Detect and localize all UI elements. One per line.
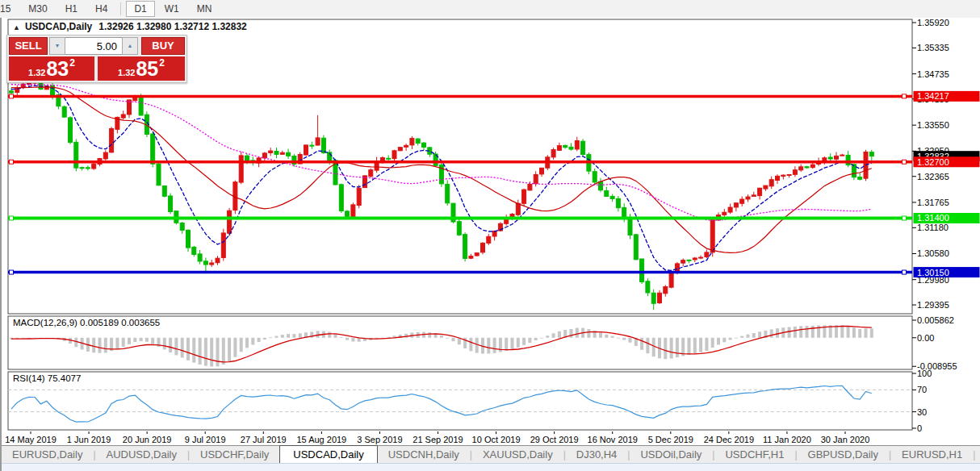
candle — [534, 174, 538, 183]
candle — [710, 219, 714, 252]
candle — [846, 155, 850, 165]
buy-button[interactable]: BUY — [141, 37, 185, 55]
timeframe-button-m30[interactable]: M30 — [20, 1, 55, 17]
sell-button[interactable]: SELL — [9, 37, 48, 55]
chart-title: ▲USDCAD,Daily1.32926 1.32980 1.32712 1.3… — [13, 21, 247, 34]
date-label: 5 Dec 2019 — [648, 435, 693, 444]
sell-price-big: 83 — [46, 56, 69, 81]
buy-price-button[interactable]: 1.32 85 2 — [98, 56, 185, 81]
volume-decrease-icon[interactable]: ▼ — [49, 37, 65, 55]
price-label: 1.31400 — [917, 213, 949, 223]
candle — [475, 253, 479, 256]
tab-usdoil-daily[interactable]: USDOil,Daily — [630, 446, 712, 463]
candle — [728, 207, 732, 212]
candle — [781, 175, 785, 176]
line-handle — [10, 216, 14, 220]
date-label: 30 Jan 2020 — [821, 435, 870, 444]
tab-xauusd-daily[interactable]: XAUUSD,Daily — [472, 446, 563, 463]
candle — [557, 146, 561, 151]
tab-usdcnh-daily[interactable]: USDCNH,Daily — [378, 446, 470, 463]
candle — [369, 170, 373, 177]
tab-eurusd-h1[interactable]: EURUSD,H1 — [891, 446, 973, 463]
candle — [304, 145, 308, 155]
collapse-triangle-icon[interactable]: ▲ — [13, 23, 20, 31]
candle — [640, 259, 644, 281]
candle — [280, 152, 284, 154]
tab-audusd-daily[interactable]: AUDUSD,Daily — [96, 446, 187, 463]
candle — [416, 139, 420, 143]
candle — [610, 196, 614, 198]
candle — [675, 264, 679, 272]
candle — [346, 211, 350, 216]
buy-price-prefix: 1.32 — [118, 68, 135, 77]
date-label: 9 Jul 2019 — [185, 435, 226, 444]
candle — [605, 191, 609, 197]
date-label: 21 Sep 2019 — [413, 435, 463, 444]
volume-increase-icon[interactable]: ▲ — [122, 37, 138, 55]
chart-tabs: EURUSD,Daily|AUDUSD,Daily|USDCHF,DailyUS… — [2, 445, 980, 463]
timeframe-button-15[interactable]: 15 — [0, 1, 19, 17]
candle — [151, 134, 155, 164]
date-axis: 14 May 20191 Jun 201920 Jun 20199 Jul 20… — [5, 431, 869, 444]
date-label: 15 Aug 2019 — [296, 435, 346, 444]
candle — [693, 258, 697, 260]
candle — [664, 286, 668, 293]
candle — [869, 152, 873, 156]
timeframe-button-h1[interactable]: H1 — [57, 1, 86, 17]
candle — [380, 158, 384, 161]
candle — [262, 153, 266, 158]
tab-eurusd-daily[interactable]: EURUSD,Daily — [2, 446, 93, 463]
candle — [192, 247, 196, 254]
line-handle — [10, 270, 14, 274]
candle — [274, 152, 279, 155]
price-tick: 1.31180 — [917, 223, 949, 232]
volume-input[interactable] — [65, 37, 122, 55]
macd-signal-line — [11, 327, 872, 362]
candle — [469, 256, 473, 259]
buy-price-big: 85 — [136, 56, 158, 81]
candle — [551, 150, 555, 157]
candle — [157, 164, 161, 185]
candle — [446, 185, 450, 203]
candle — [651, 293, 655, 303]
candle — [722, 212, 727, 215]
chart-window: 1.359201.353351.347351.341551.335501.329… — [0, 18, 980, 471]
mt4-terminal: 15M30H1H4D1W1MN 1.359201.353351.347351.3… — [0, 0, 980, 471]
date-label: 27 Jul 2019 — [241, 435, 287, 444]
one-click-trading-panel: SELL ▼ ▲ BUY 1.32 83 2 1.32 — [6, 35, 187, 83]
candle — [616, 198, 620, 207]
timeframe-button-d1[interactable]: D1 — [126, 1, 154, 17]
trade-panel-price-row: 1.32 83 2 1.32 85 2 — [9, 56, 185, 81]
date-label: 24 Dec 2019 — [704, 435, 754, 444]
candle — [457, 222, 461, 235]
timeframe-button-w1[interactable]: W1 — [157, 1, 187, 17]
candle — [103, 152, 107, 159]
price-tick: 1.29395 — [917, 300, 949, 310]
chart-area: 1.359201.353351.347351.341551.335501.329… — [2, 18, 980, 445]
candle — [216, 258, 220, 263]
candle — [69, 118, 73, 143]
timeframe-button-h4[interactable]: H4 — [87, 1, 115, 17]
tab-gbpusd-daily[interactable]: GBPUSD,Daily — [798, 446, 889, 463]
candle — [705, 252, 709, 257]
candle — [210, 263, 214, 265]
candle — [203, 261, 207, 265]
candle — [681, 261, 685, 263]
candle — [769, 180, 773, 186]
tab-usdchf-daily[interactable]: USDCHF,Daily — [190, 446, 279, 463]
candle — [776, 176, 780, 180]
tab-usdchf-h1[interactable]: USDCHF,H1 — [714, 446, 794, 463]
candle — [634, 235, 638, 260]
sell-price-button[interactable]: 1.32 83 2 — [9, 56, 94, 81]
tab-dj30-h4[interactable]: DJ30,H4 — [566, 446, 628, 463]
tab-usdcad-daily[interactable]: USDCAD,Daily — [279, 445, 377, 463]
price-label: 1.32700 — [917, 157, 949, 167]
tab-gbpaud-h1[interactable]: GBPAUD,H1 — [975, 446, 980, 463]
chart-ohlc-values: 1.32926 1.32980 1.32712 1.32832 — [98, 21, 247, 32]
candle — [287, 152, 291, 156]
candle — [269, 151, 273, 152]
candle — [487, 236, 491, 243]
price-tick: 1.35335 — [917, 43, 949, 52]
timeframe-button-mn[interactable]: MN — [189, 1, 220, 17]
price-axis: 1.359201.353351.347351.341551.335501.329… — [912, 18, 980, 433]
